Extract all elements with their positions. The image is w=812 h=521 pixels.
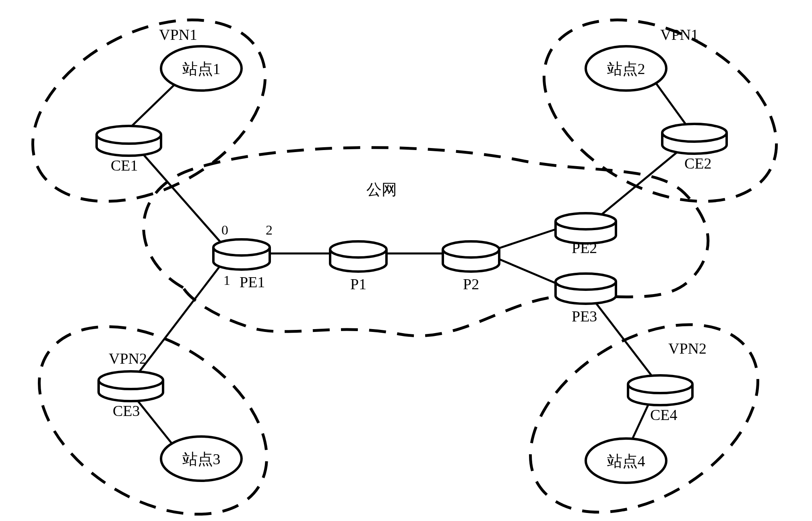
p2-router — [443, 241, 499, 272]
ce4-label: CE4 — [650, 406, 678, 423]
pe3-label: PE3 — [572, 308, 597, 325]
ce1-label: CE1 — [111, 157, 138, 174]
ce3-router — [99, 371, 163, 401]
pe1-label: PE1 — [240, 274, 265, 290]
svg-point-16 — [213, 239, 270, 255]
svg-point-12 — [97, 126, 161, 144]
svg-line-6 — [495, 227, 562, 249]
ce4-router — [628, 375, 692, 405]
svg-point-20 — [556, 274, 616, 290]
site2-label: 站点2 — [607, 60, 645, 77]
svg-line-7 — [495, 257, 562, 286]
site3-label: 站点3 — [182, 451, 221, 467]
vpn1-left-label: VPN1 — [159, 26, 197, 43]
links — [125, 70, 690, 453]
svg-line-8 — [596, 143, 688, 219]
pe1-port-1: 1 — [223, 273, 230, 288]
ce3-label: CE3 — [113, 402, 140, 419]
svg-point-18 — [443, 241, 499, 257]
svg-point-13 — [662, 124, 727, 142]
ce2-router — [662, 124, 727, 154]
site4-label: 站点4 — [607, 453, 645, 470]
svg-point-17 — [330, 241, 386, 257]
svg-line-10 — [592, 298, 658, 384]
public-net-label: 公网 — [366, 181, 397, 198]
pe2-label: PE2 — [572, 239, 597, 256]
p1-router — [330, 241, 386, 272]
p1-label: P1 — [350, 276, 366, 292]
network-topology-diagram: VPN1 VPN1 VPN2 VPN2 站点1 站点2 站点3 站点4 CE1 … — [0, 0, 812, 521]
svg-point-14 — [99, 371, 163, 389]
pe1-port-0: 0 — [221, 222, 228, 237]
vpn2-right-label: VPN2 — [668, 340, 707, 357]
vpn1-right-label: VPN1 — [660, 26, 698, 43]
routers — [97, 124, 727, 405]
pe3-router — [556, 274, 616, 304]
labels: VPN1 VPN1 VPN2 VPN2 站点1 站点2 站点3 站点4 CE1 … — [109, 26, 712, 470]
ce2-label: CE2 — [684, 155, 712, 172]
ce1-router — [97, 126, 161, 156]
vpn2-left-boundary — [6, 288, 300, 521]
pe1-port-2: 2 — [266, 222, 273, 237]
svg-point-15 — [628, 375, 692, 393]
p2-label: P2 — [463, 276, 479, 292]
vpn2-left-label: VPN2 — [109, 350, 147, 367]
site1-label: 站点1 — [182, 60, 221, 77]
pe1-router — [213, 239, 270, 270]
svg-point-19 — [556, 213, 616, 229]
